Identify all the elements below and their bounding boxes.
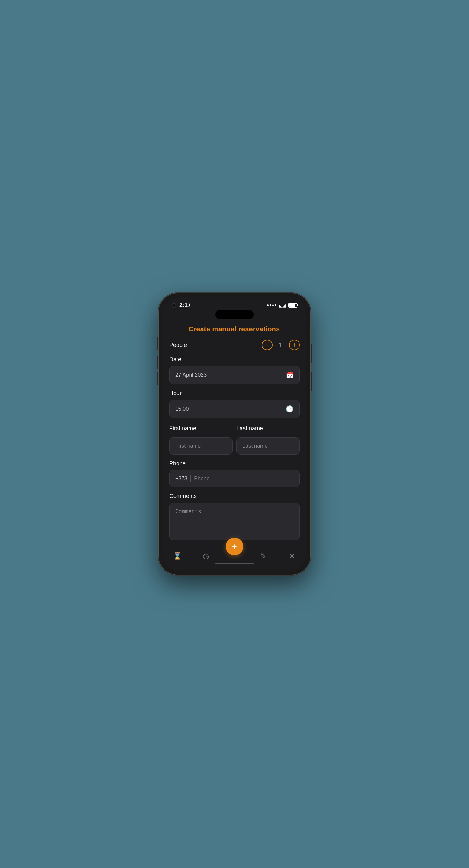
last-name-field[interactable] <box>236 437 300 455</box>
camera-dot <box>172 303 176 308</box>
hour-field[interactable]: 15:00 🕐 <box>169 400 300 418</box>
hourglass-icon: ⌛ <box>173 552 182 560</box>
clock-icon: 🕐 <box>286 405 294 413</box>
status-icons: ◣◢ <box>267 303 297 308</box>
phone-label: Phone <box>169 460 300 467</box>
phone-input[interactable] <box>194 475 294 482</box>
utensils-icon: ✕ <box>289 552 295 560</box>
battery-icon <box>288 303 297 308</box>
first-name-field[interactable] <box>169 437 233 455</box>
last-name-label: Last name <box>236 425 300 432</box>
phone-prefix: +373 <box>175 475 191 482</box>
status-time-area: 2:17 <box>172 302 191 309</box>
menu-button[interactable]: ☰ <box>169 326 175 333</box>
last-name-col: Last name <box>236 424 300 455</box>
nav-item-utensils[interactable]: ✕ <box>282 552 301 560</box>
hour-label: Hour <box>169 390 300 397</box>
edit-icon: ✎ <box>260 552 266 560</box>
people-decrement-button[interactable]: − <box>262 340 272 350</box>
people-row: People − 1 + <box>169 340 300 350</box>
bottom-nav: + ⌛ ◷ ✎ ✕ <box>163 546 306 570</box>
main-content: ☰ Create manual reservations People − 1 … <box>163 319 306 546</box>
page-title: Create manual reservations <box>180 325 288 333</box>
first-name-input[interactable] <box>175 443 227 449</box>
date-value: 27 April 2023 <box>175 372 286 378</box>
status-time: 2:17 <box>179 302 191 309</box>
people-increment-button[interactable]: + <box>289 340 300 350</box>
wifi-icon: ◣◢ <box>279 303 286 308</box>
comments-label: Comments <box>169 493 300 500</box>
nav-item-clock[interactable]: ◷ <box>197 552 215 560</box>
date-field[interactable]: 27 April 2023 📅 <box>169 366 300 384</box>
clock-nav-icon: ◷ <box>203 552 209 560</box>
comments-field[interactable] <box>169 503 300 540</box>
nav-item-hourglass[interactable]: ⌛ <box>168 552 187 560</box>
dynamic-island <box>215 310 254 319</box>
hour-value: 15:00 <box>175 406 286 412</box>
fab-button[interactable]: + <box>226 537 243 555</box>
phone-section: Phone +373 <box>169 460 300 487</box>
signal-icon <box>267 304 276 306</box>
nav-item-edit[interactable]: ✎ <box>254 552 272 560</box>
people-count: 1 <box>277 341 284 349</box>
date-section: Date 27 April 2023 📅 <box>169 356 300 384</box>
date-label: Date <box>169 356 300 363</box>
people-label: People <box>169 342 187 348</box>
comments-input[interactable] <box>175 508 294 533</box>
first-name-col: First name <box>169 424 233 455</box>
phone-screen: 2:17 ◣◢ ☰ Create manua <box>163 298 306 570</box>
phone-frame: 2:17 ◣◢ ☰ Create manua <box>158 293 311 575</box>
comments-section: Comments <box>169 493 300 540</box>
status-bar: 2:17 ◣◢ <box>163 298 306 311</box>
calendar-icon: 📅 <box>286 371 294 379</box>
battery-fill <box>289 304 295 307</box>
last-name-input[interactable] <box>242 443 294 449</box>
people-controls: − 1 + <box>262 340 300 350</box>
first-name-label: First name <box>169 425 233 432</box>
home-indicator <box>215 563 254 564</box>
header: ☰ Create manual reservations <box>169 319 300 340</box>
hour-section: Hour 15:00 🕐 <box>169 390 300 418</box>
phone-field[interactable]: +373 <box>169 470 300 487</box>
name-row: First name Last name <box>169 424 300 455</box>
